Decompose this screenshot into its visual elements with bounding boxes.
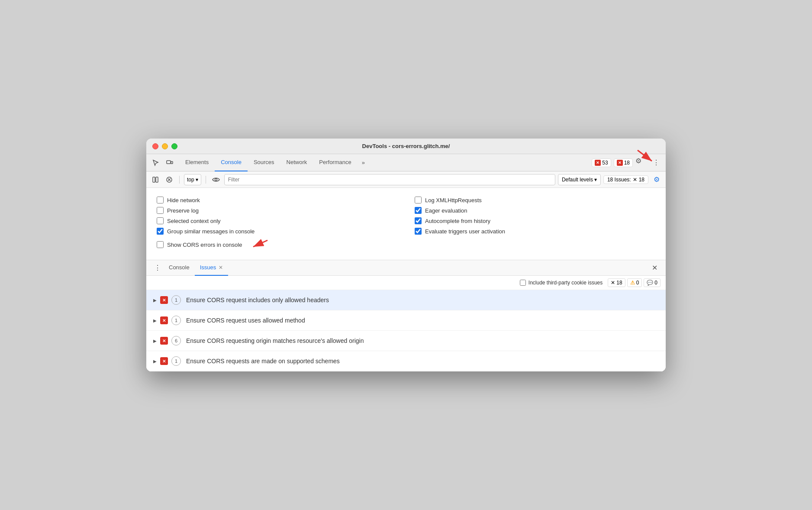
autocomplete-option[interactable]: Autocomplete from history: [415, 216, 655, 226]
info-count-badge-issues: 💬 0: [644, 278, 661, 287]
svg-rect-3: [153, 177, 155, 182]
issue-title-3: Ensure CORS requesting origin matches re…: [186, 337, 364, 344]
warn-count-badge[interactable]: ✕ 18: [614, 158, 633, 167]
bottom-tab-right: ✕: [648, 262, 661, 274]
toolbar-separator: [179, 176, 180, 184]
issues-bottom-tab[interactable]: Issues ✕: [195, 260, 229, 276]
error-count-badge-issues: ✕ 18: [608, 278, 625, 287]
live-expressions-icon[interactable]: [210, 174, 222, 185]
log-xml-option[interactable]: Log XMLHttpRequests: [415, 195, 655, 205]
more-options-button[interactable]: ⋮: [650, 157, 662, 169]
issue-count-4: 1: [171, 356, 181, 366]
svg-rect-4: [156, 177, 158, 182]
settings-right-column: Log XMLHttpRequests Eager evaluation Aut…: [415, 195, 655, 253]
more-tabs-button[interactable]: »: [358, 154, 369, 171]
eval-triggers-option[interactable]: Evaluate triggers user activation: [415, 226, 655, 236]
levels-dropdown-icon: ▾: [594, 177, 597, 183]
tab-performance[interactable]: Performance: [313, 154, 357, 171]
toolbar-separator-2: [206, 176, 206, 184]
svg-rect-0: [167, 161, 171, 164]
expand-icon-1: ▶: [153, 298, 157, 303]
settings-grid: Hide network Preserve log Selected conte…: [157, 195, 655, 253]
issues-list: ▶ ✕ 1 Ensure CORS request includes only …: [146, 290, 666, 371]
issue-row-3[interactable]: ▶ ✕ 6 Ensure CORS requesting origin matc…: [146, 331, 666, 351]
issues-error-icon: ✕: [633, 177, 637, 183]
info-badge-icon: 💬: [647, 280, 653, 286]
tab-bar-right: ✕ 53 ✕ 18 ⚙: [592, 157, 662, 169]
show-cors-label: Show CORS errors in console: [167, 242, 242, 248]
device-toolbar-icon[interactable]: [164, 157, 176, 169]
issue-error-icon-1: ✕: [160, 296, 168, 304]
include-third-party-checkbox[interactable]: [520, 280, 526, 286]
bottom-more-button[interactable]: ⋮: [151, 262, 164, 274]
error-icon: ✕: [595, 160, 601, 166]
include-third-party-option[interactable]: Include third-party cookie issues: [520, 280, 603, 286]
sidebar-toggle-icon[interactable]: [150, 174, 161, 185]
maximize-button[interactable]: [171, 143, 177, 149]
issue-title-1: Ensure CORS request includes only allowe…: [186, 297, 329, 303]
preserve-log-label: Preserve log: [167, 207, 199, 214]
issue-row-4[interactable]: ▶ ✕ 1 Ensure CORS requests are made on s…: [146, 351, 666, 371]
selected-context-checkbox[interactable]: [157, 217, 164, 224]
expand-icon-3: ▶: [153, 339, 157, 343]
window-title: DevTools - cors-errors.glitch.me/: [362, 143, 450, 149]
close-button[interactable]: [152, 143, 158, 149]
hide-network-option[interactable]: Hide network: [157, 195, 397, 205]
issues-toolbar: Include third-party cookie issues ✕ 18 ⚠…: [146, 276, 666, 290]
eager-eval-option[interactable]: Eager evaluation: [415, 205, 655, 216]
clear-console-icon[interactable]: [164, 174, 175, 185]
show-cors-checkbox[interactable]: [157, 241, 164, 248]
error-count-badge[interactable]: ✕ 53: [592, 158, 611, 167]
issue-row-1[interactable]: ▶ ✕ 1 Ensure CORS request includes only …: [146, 290, 666, 310]
show-cors-option[interactable]: Show CORS errors in console: [157, 236, 397, 253]
expand-icon-2: ▶: [153, 318, 157, 323]
autocomplete-checkbox[interactable]: [415, 217, 422, 224]
filter-input[interactable]: [224, 174, 555, 185]
group-similar-label: Group similar messages in console: [167, 228, 255, 235]
log-xml-label: Log XMLHttpRequests: [425, 197, 482, 203]
inspect-element-icon[interactable]: [150, 157, 162, 169]
issue-error-icon-4: ✕: [160, 357, 168, 365]
eval-triggers-label: Evaluate triggers user activation: [425, 228, 505, 235]
console-settings-icon[interactable]: ⚙: [651, 174, 662, 185]
bottom-tab-bar: ⋮ Console Issues ✕ ✕: [146, 260, 666, 276]
preserve-log-checkbox[interactable]: [157, 207, 164, 214]
issues-tab-close-icon[interactable]: ✕: [219, 265, 223, 271]
issue-title-2: Ensure CORS request uses allowed method: [186, 317, 305, 324]
eval-triggers-checkbox[interactable]: [415, 228, 422, 235]
bottom-section: ⋮ Console Issues ✕ ✕ Include third-party…: [146, 260, 666, 371]
issue-count-3: 6: [171, 336, 181, 345]
warning-badge-icon: ⚠: [630, 280, 635, 286]
hide-network-checkbox[interactable]: [157, 197, 164, 203]
tab-console[interactable]: Console: [215, 154, 248, 171]
log-xml-checkbox[interactable]: [415, 197, 422, 203]
include-third-party-label: Include third-party cookie issues: [528, 280, 603, 286]
hide-network-label: Hide network: [167, 197, 200, 203]
error-badge-icon: ✕: [611, 280, 615, 286]
issue-error-icon-2: ✕: [160, 316, 168, 324]
eager-eval-checkbox[interactable]: [415, 207, 422, 214]
issues-count-display[interactable]: 18 Issues: ✕ 18: [603, 175, 648, 184]
svg-point-6: [215, 178, 217, 181]
selected-context-option[interactable]: Selected context only: [157, 216, 397, 226]
tab-sources[interactable]: Sources: [248, 154, 280, 171]
issue-row-2[interactable]: ▶ ✕ 1 Ensure CORS request uses allowed m…: [146, 310, 666, 331]
log-levels-selector[interactable]: Default levels ▾: [558, 174, 601, 185]
warning-count-badge-issues: ⚠ 0: [627, 278, 642, 287]
settings-button[interactable]: ⚙: [635, 157, 648, 169]
console-toolbar: top ▾ Default levels ▾ 18 Issues: ✕ 18 ⚙: [146, 171, 666, 188]
console-bottom-tab[interactable]: Console: [164, 260, 195, 276]
main-tab-bar: Elements Console Sources Network Perform…: [146, 154, 666, 171]
group-similar-option[interactable]: Group similar messages in console: [157, 226, 397, 236]
settings-panel: Hide network Preserve log Selected conte…: [146, 188, 666, 260]
tab-elements[interactable]: Elements: [179, 154, 215, 171]
minimize-button[interactable]: [162, 143, 168, 149]
close-bottom-panel-icon[interactable]: ✕: [648, 262, 661, 274]
warn-icon: ✕: [617, 160, 623, 166]
preserve-log-option[interactable]: Preserve log: [157, 205, 397, 216]
context-selector[interactable]: top ▾: [184, 174, 201, 185]
devtools-body: Elements Console Sources Network Perform…: [146, 154, 666, 371]
group-similar-checkbox[interactable]: [157, 228, 164, 235]
tab-bar-icons: [150, 157, 176, 169]
tab-network[interactable]: Network: [280, 154, 313, 171]
